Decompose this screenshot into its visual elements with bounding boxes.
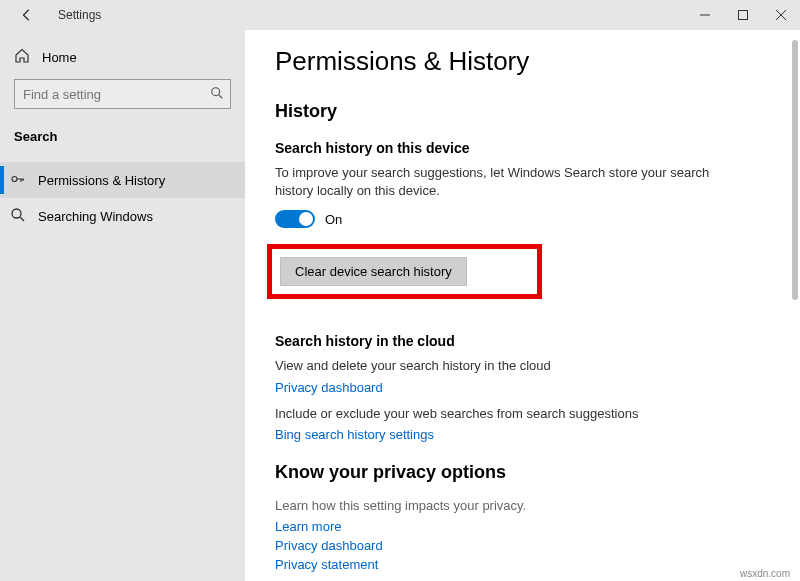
sidebar-item-searching-windows[interactable]: Searching Windows <box>0 198 245 234</box>
sidebar: Home Search Permissions & History Search… <box>0 30 245 581</box>
svg-point-7 <box>12 209 21 218</box>
svg-point-4 <box>212 87 220 95</box>
privacy-dashboard-link-2[interactable]: Privacy dashboard <box>275 538 770 553</box>
privacy-options-desc: Learn how this setting impacts your priv… <box>275 497 735 515</box>
close-button[interactable] <box>762 0 800 30</box>
device-history-desc: To improve your search suggestions, let … <box>275 164 735 200</box>
sidebar-item-label: Permissions & History <box>38 173 165 188</box>
sidebar-group-label: Search <box>8 123 237 162</box>
back-button[interactable] <box>8 0 46 30</box>
highlight-box: Clear device search history <box>267 244 542 299</box>
search-icon <box>10 207 26 226</box>
include-exclude-desc: Include or exclude your web searches fro… <box>275 405 735 423</box>
find-setting-search[interactable] <box>14 79 231 109</box>
device-history-heading: Search history on this device <box>275 140 770 156</box>
scrollbar[interactable] <box>792 40 798 300</box>
search-input[interactable] <box>23 87 210 102</box>
sidebar-item-label: Searching Windows <box>38 209 153 224</box>
main-scroll[interactable]: Permissions & History History Search his… <box>245 30 800 581</box>
watermark: wsxdn.com <box>740 568 790 579</box>
svg-point-6 <box>12 176 17 181</box>
clear-history-button[interactable]: Clear device search history <box>280 257 467 286</box>
bing-settings-link[interactable]: Bing search history settings <box>275 427 770 442</box>
svg-line-8 <box>20 217 24 221</box>
toggle-label: On <box>325 212 342 227</box>
search-icon <box>210 86 224 103</box>
history-heading: History <box>275 101 770 122</box>
sidebar-item-permissions-history[interactable]: Permissions & History <box>0 162 245 198</box>
home-icon <box>14 48 30 67</box>
privacy-options-heading: Know your privacy options <box>275 462 770 483</box>
privacy-statement-link[interactable]: Privacy statement <box>275 557 770 572</box>
main-content: Permissions & History History Search his… <box>245 30 800 581</box>
svg-line-5 <box>219 94 223 98</box>
window-title: Settings <box>58 8 101 22</box>
minimize-button[interactable] <box>686 0 724 30</box>
history-toggle[interactable] <box>275 210 315 228</box>
learn-more-link[interactable]: Learn more <box>275 519 770 534</box>
home-nav[interactable]: Home <box>8 40 237 79</box>
title-bar: Settings <box>0 0 800 30</box>
privacy-dashboard-link[interactable]: Privacy dashboard <box>275 380 770 395</box>
cloud-history-desc: View and delete your search history in t… <box>275 357 735 375</box>
cloud-history-heading: Search history in the cloud <box>275 333 770 349</box>
page-title: Permissions & History <box>275 46 770 77</box>
home-label: Home <box>42 50 77 65</box>
key-icon <box>10 171 26 190</box>
svg-rect-1 <box>739 11 748 20</box>
maximize-button[interactable] <box>724 0 762 30</box>
